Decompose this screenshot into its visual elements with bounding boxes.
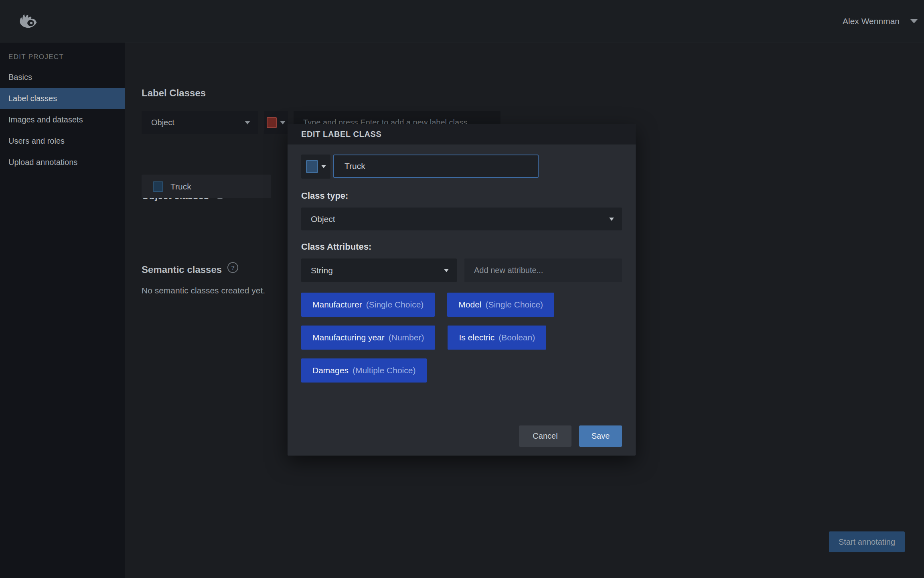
chevron-down-icon: [444, 269, 449, 272]
object-class-item-truck[interactable]: Truck: [142, 175, 271, 198]
page-title: Label Classes: [142, 88, 206, 99]
class-label: Truck: [170, 182, 191, 191]
attribute-chip-damages[interactable]: Damages (Multiple Choice): [301, 358, 427, 383]
sidebar-section-title: EDIT PROJECT: [8, 53, 125, 61]
semantic-classes-title: Semantic classes: [142, 264, 222, 275]
class-name-input[interactable]: [333, 155, 539, 178]
cancel-button[interactable]: Cancel: [519, 425, 571, 447]
modal-header: EDIT LABEL CLASS: [288, 124, 636, 144]
save-button[interactable]: Save: [579, 425, 622, 447]
class-type-label: Class type:: [301, 191, 622, 201]
class-type-select[interactable]: Object: [301, 208, 622, 230]
sidebar-item-label-classes[interactable]: Label classes: [0, 88, 125, 109]
color-swatch: [267, 117, 277, 128]
attribute-chip-manufacturing-year[interactable]: Manufacturing year (Number): [301, 326, 435, 350]
top-bar: Alex Wennman: [0, 0, 924, 43]
attribute-name: Model: [458, 300, 481, 309]
sidebar-item-basics[interactable]: Basics: [0, 67, 125, 88]
attribute-chip-model[interactable]: Model (Single Choice): [447, 293, 554, 317]
attribute-type: (Single Choice): [366, 300, 424, 309]
attribute-name: Damages: [312, 366, 349, 375]
edit-label-class-modal: EDIT LABEL CLASS Class type: Object Clas…: [288, 124, 636, 456]
attribute-type-select[interactable]: String: [301, 258, 457, 282]
attribute-type: (Multiple Choice): [353, 366, 416, 375]
chevron-down-icon: [910, 19, 918, 23]
attribute-chip-is-electric[interactable]: Is electric (Boolean): [448, 326, 546, 350]
app-window: Alex Wennman EDIT PROJECT Basics Label c…: [0, 0, 924, 578]
modal-actions: Cancel Save: [519, 425, 622, 447]
class-type-value: Object: [311, 214, 335, 224]
class-color-picker[interactable]: [301, 155, 330, 179]
chevron-down-icon: [280, 121, 286, 124]
user-menu[interactable]: Alex Wennman: [843, 16, 918, 26]
user-name: Alex Wennman: [843, 16, 900, 26]
attribute-chip-manufacturer[interactable]: Manufacturer (Single Choice): [301, 293, 435, 317]
attribute-name: Is electric: [459, 333, 494, 342]
new-class-type-select[interactable]: Object: [142, 111, 258, 134]
semantic-classes-heading: Semantic classes ?: [142, 264, 238, 275]
start-annotating-button[interactable]: Start annotating: [829, 531, 905, 552]
color-swatch: [306, 160, 318, 173]
new-class-type-value: Object: [151, 118, 174, 127]
sidebar-item-upload-annotations[interactable]: Upload annotations: [0, 152, 125, 173]
attribute-type: (Boolean): [498, 333, 535, 342]
modal-body: Class type: Object Class Attributes: Str…: [288, 144, 636, 456]
attribute-type: (Single Choice): [486, 300, 543, 309]
attribute-name: Manufacturer: [312, 300, 362, 309]
attribute-type-value: String: [311, 266, 333, 275]
sidebar: EDIT PROJECT Basics Label classes Images…: [0, 43, 125, 578]
semantic-classes-empty-text: No semantic classes created yet.: [142, 286, 265, 295]
class-name-row: [301, 155, 622, 179]
modal-title: EDIT LABEL CLASS: [301, 130, 381, 139]
attribute-name: Manufacturing year: [312, 333, 385, 342]
new-class-color-picker[interactable]: [264, 111, 288, 134]
chevron-down-icon: [321, 165, 326, 168]
class-attributes-label: Class Attributes:: [301, 242, 622, 252]
add-attribute-input[interactable]: [464, 258, 622, 282]
help-icon[interactable]: ?: [227, 262, 238, 273]
app-logo-icon: [18, 13, 37, 29]
attribute-chips: Manufacturer (Single Choice) Model (Sing…: [301, 293, 622, 383]
attribute-type: (Number): [389, 333, 424, 342]
add-attribute-row: String: [301, 258, 622, 282]
class-color-swatch: [153, 181, 163, 192]
sidebar-item-users-and-roles[interactable]: Users and roles: [0, 130, 125, 152]
chevron-down-icon: [245, 121, 250, 124]
chevron-down-icon: [609, 218, 614, 221]
sidebar-item-images-and-datasets[interactable]: Images and datasets: [0, 109, 125, 130]
